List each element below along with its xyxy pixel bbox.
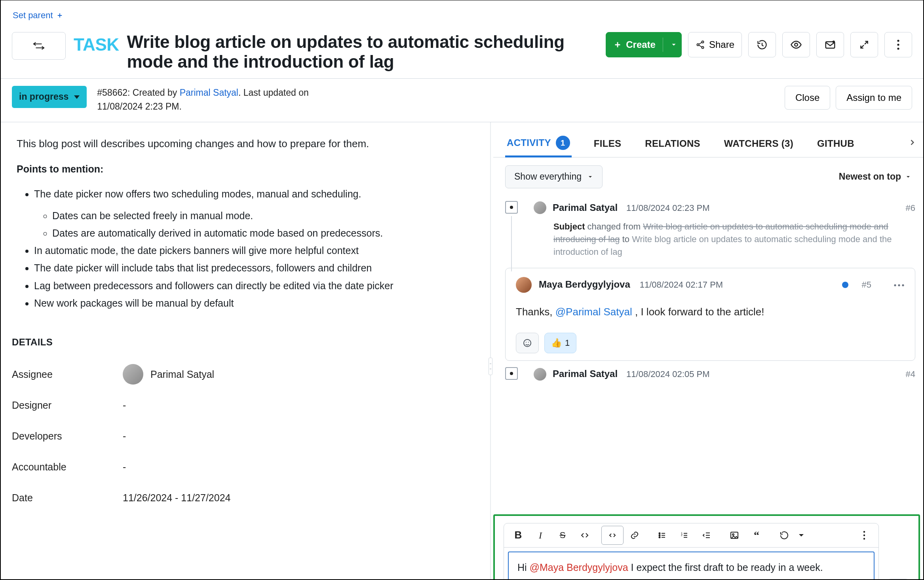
tab-github[interactable]: GITHUB: [816, 131, 856, 156]
avatar: [123, 364, 143, 385]
blockquote-button[interactable]: “: [745, 526, 768, 545]
plus-icon: [613, 40, 622, 49]
mention: @Maya Berdygylyjova: [530, 562, 628, 573]
list-ul-icon: [658, 531, 667, 540]
description-bullets: The date picker now offers two schedulin…: [17, 187, 473, 310]
detail-value: -: [123, 429, 126, 443]
unread-indicator: [842, 282, 848, 288]
text: , I look forward to the article!: [632, 306, 764, 318]
activity-anchor[interactable]: #6: [906, 202, 915, 214]
code-block-button[interactable]: [601, 526, 624, 545]
avatar: [516, 277, 532, 293]
status-selector[interactable]: in progress: [12, 86, 87, 108]
close-button-label: Close: [795, 92, 819, 103]
svg-point-23: [863, 535, 865, 536]
tab-label: GITHUB: [817, 137, 854, 151]
tab-relations[interactable]: RELATIONS: [643, 131, 702, 156]
notifications-button[interactable]: [816, 32, 844, 57]
comment-composer: B I S 12 “: [504, 523, 879, 580]
detail-row-designer[interactable]: Designer -: [12, 390, 472, 421]
change-mid: to: [620, 234, 632, 244]
comment-more-button[interactable]: [894, 280, 905, 290]
bold-button[interactable]: B: [507, 526, 529, 545]
history-dropdown-button[interactable]: [773, 526, 795, 545]
back-button[interactable]: [12, 32, 66, 60]
activity-author[interactable]: Parimal Satyal: [553, 201, 618, 215]
outdent-icon: [702, 531, 711, 540]
chevron-down-icon: [905, 174, 911, 180]
comment-author[interactable]: Maya Berdygylyjova: [539, 278, 630, 292]
toolbar-more-button[interactable]: [853, 526, 875, 545]
bullet: Lag between predecessors and followers c…: [34, 279, 473, 293]
tab-files[interactable]: FILES: [592, 131, 623, 156]
thread-line: [511, 216, 512, 271]
work-package-title[interactable]: Write blog article on updates to automat…: [127, 32, 598, 72]
link-button[interactable]: [624, 526, 646, 545]
activity-author[interactable]: Parimal Satyal: [553, 367, 618, 381]
outdent-button[interactable]: [696, 526, 718, 545]
image-button[interactable]: [723, 526, 745, 545]
tab-watchers[interactable]: WATCHERS (3): [722, 131, 795, 156]
add-reaction-button[interactable]: [516, 333, 539, 353]
tabs-scroll-right[interactable]: [908, 138, 916, 149]
drag-handle-icon: [489, 358, 492, 375]
detail-value: Parimal Satyal: [150, 367, 214, 381]
bulleted-list-button[interactable]: [651, 526, 673, 545]
tab-label: RELATIONS: [645, 137, 700, 151]
tabs: ACTIVITY 1 FILES RELATIONS WATCHERS (3) …: [493, 122, 923, 157]
chevron-right-icon: [908, 138, 916, 146]
detail-value: 11/26/2024 - 11/27/2024: [123, 491, 230, 505]
bullet: In automatic mode, the date pickers bann…: [34, 243, 473, 258]
svg-point-17: [659, 537, 660, 538]
more-actions-button[interactable]: [884, 32, 912, 57]
activity-anchor[interactable]: #5: [862, 279, 871, 291]
set-parent-link[interactable]: Set parent: [12, 7, 64, 24]
detail-row-accountable[interactable]: Accountable -: [12, 451, 472, 482]
comment-editor[interactable]: Hi @Maya Berdygylyjova I expect the firs…: [508, 552, 875, 580]
meta-author-link[interactable]: Parimal Satyal: [180, 87, 238, 98]
svg-point-11: [902, 284, 904, 286]
svg-point-12: [524, 339, 531, 347]
avatar: [534, 201, 546, 214]
subbullet: Dates can be selected freely in manual m…: [52, 208, 473, 223]
inline-code-button[interactable]: [574, 526, 596, 545]
description[interactable]: This blog post will describes upcoming c…: [1, 122, 488, 317]
activity-filter[interactable]: Show everything: [505, 165, 603, 188]
fullscreen-button[interactable]: [850, 32, 878, 57]
detail-label: Date: [12, 491, 123, 505]
detail-row-developers[interactable]: Developers -: [12, 421, 472, 451]
watch-button[interactable]: [782, 32, 810, 57]
reaction-thumbs-up[interactable]: 👍 1: [544, 333, 576, 353]
close-button[interactable]: Close: [785, 86, 830, 110]
svg-point-24: [863, 538, 865, 540]
assign-to-me-button[interactable]: Assign to me: [836, 86, 912, 110]
activity-anchor[interactable]: #4: [906, 368, 915, 381]
chevron-down-icon: [670, 41, 677, 48]
svg-point-3: [795, 43, 798, 46]
link-icon: [630, 531, 639, 540]
numbered-list-button[interactable]: 12: [673, 526, 696, 545]
italic-button[interactable]: I: [529, 526, 551, 545]
create-button[interactable]: Create: [606, 32, 682, 57]
set-parent-label: Set parent: [13, 9, 53, 22]
share-button-label: Share: [709, 39, 734, 50]
detail-row-date[interactable]: Date 11/26/2024 - 11/27/2024: [12, 482, 472, 513]
share-button[interactable]: Share: [688, 32, 742, 57]
history-caret[interactable]: [795, 526, 807, 545]
detail-label: Accountable: [12, 460, 123, 474]
detail-value: -: [123, 460, 126, 474]
plus-icon: [56, 12, 63, 19]
svg-point-14: [528, 342, 529, 343]
expand-icon: [859, 40, 869, 50]
activity-sort[interactable]: Newest on top: [839, 170, 911, 183]
sort-label: Newest on top: [839, 170, 901, 183]
work-package-type: TASK: [74, 32, 119, 57]
tab-activity[interactable]: ACTIVITY 1: [505, 130, 572, 157]
svg-point-13: [526, 342, 527, 343]
split-divider[interactable]: [488, 122, 493, 580]
strike-button[interactable]: S: [551, 526, 574, 545]
mention[interactable]: @Parimal Satyal: [555, 306, 632, 318]
history-button[interactable]: [748, 32, 776, 57]
detail-row-assignee[interactable]: Assignee Parimal Satyal: [12, 359, 472, 390]
status-label: in progress: [19, 90, 68, 103]
